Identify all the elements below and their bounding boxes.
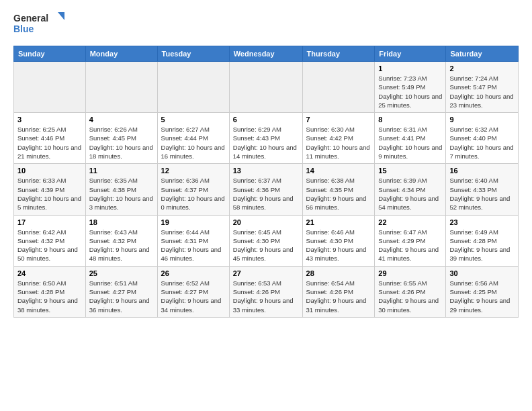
- day-number: 12: [161, 167, 226, 175]
- day-number: 18: [89, 218, 154, 226]
- weekday-header-sunday: Sunday: [14, 46, 86, 62]
- day-info: Sunrise: 6:35 AMSunset: 4:38 PMDaylight:…: [89, 176, 154, 212]
- day-number: 30: [449, 269, 515, 277]
- day-info: Sunrise: 6:38 AMSunset: 4:35 PMDaylight:…: [306, 176, 371, 212]
- day-number: 29: [378, 269, 442, 277]
- day-cell: 29Sunrise: 6:55 AMSunset: 4:26 PMDayligh…: [375, 266, 446, 317]
- day-number: 10: [17, 167, 82, 175]
- day-cell: 22Sunrise: 6:47 AMSunset: 4:29 PMDayligh…: [375, 215, 446, 266]
- day-number: 6: [233, 116, 299, 124]
- logo: General Blue: [13, 11, 67, 39]
- day-cell: 17Sunrise: 6:42 AMSunset: 4:32 PMDayligh…: [14, 215, 86, 266]
- day-number: 25: [89, 269, 154, 277]
- week-row-3: 10Sunrise: 6:33 AMSunset: 4:39 PMDayligh…: [14, 164, 519, 215]
- week-row-5: 24Sunrise: 6:50 AMSunset: 4:28 PMDayligh…: [14, 266, 519, 317]
- day-cell: 16Sunrise: 6:40 AMSunset: 4:33 PMDayligh…: [446, 164, 519, 215]
- day-cell: 15Sunrise: 6:39 AMSunset: 4:34 PMDayligh…: [375, 164, 446, 215]
- day-number: 17: [17, 218, 82, 226]
- weekday-header-row: SundayMondayTuesdayWednesdayThursdayFrid…: [14, 46, 519, 62]
- day-number: 22: [378, 218, 442, 226]
- day-info: Sunrise: 6:39 AMSunset: 4:34 PMDaylight:…: [378, 176, 442, 212]
- day-info: Sunrise: 6:30 AMSunset: 4:42 PMDaylight:…: [306, 125, 371, 161]
- day-info: Sunrise: 6:54 AMSunset: 4:26 PMDaylight:…: [306, 279, 371, 314]
- weekday-header-thursday: Thursday: [302, 46, 375, 62]
- week-row-1: 1Sunrise: 7:23 AMSunset: 5:49 PMDaylight…: [14, 62, 519, 113]
- week-row-4: 17Sunrise: 6:42 AMSunset: 4:32 PMDayligh…: [14, 215, 519, 266]
- weekday-header-monday: Monday: [85, 46, 157, 62]
- day-cell: 26Sunrise: 6:52 AMSunset: 4:27 PMDayligh…: [157, 266, 229, 317]
- day-info: Sunrise: 6:26 AMSunset: 4:45 PMDaylight:…: [89, 125, 154, 161]
- day-cell: [157, 62, 229, 113]
- day-number: 8: [378, 116, 442, 124]
- day-info: Sunrise: 6:25 AMSunset: 4:46 PMDaylight:…: [17, 125, 82, 161]
- day-cell: 19Sunrise: 6:44 AMSunset: 4:31 PMDayligh…: [157, 215, 229, 266]
- svg-text:General: General: [13, 13, 48, 24]
- day-info: Sunrise: 6:47 AMSunset: 4:29 PMDaylight:…: [378, 228, 442, 263]
- day-info: Sunrise: 6:43 AMSunset: 4:32 PMDaylight:…: [89, 228, 154, 263]
- day-info: Sunrise: 7:23 AMSunset: 5:49 PMDaylight:…: [378, 74, 442, 109]
- day-info: Sunrise: 6:31 AMSunset: 4:41 PMDaylight:…: [378, 125, 442, 161]
- day-number: 20: [233, 218, 299, 226]
- day-number: 19: [161, 218, 226, 226]
- day-info: Sunrise: 6:55 AMSunset: 4:26 PMDaylight:…: [378, 279, 442, 314]
- day-cell: 10Sunrise: 6:33 AMSunset: 4:39 PMDayligh…: [14, 164, 86, 215]
- day-info: Sunrise: 6:52 AMSunset: 4:27 PMDaylight:…: [161, 279, 226, 314]
- day-cell: [85, 62, 157, 113]
- day-number: 28: [306, 269, 371, 277]
- week-row-2: 3Sunrise: 6:25 AMSunset: 4:46 PMDaylight…: [14, 113, 519, 164]
- general-blue-logo-icon: General Blue: [13, 11, 67, 39]
- day-number: 26: [161, 269, 226, 277]
- day-cell: 13Sunrise: 6:37 AMSunset: 4:36 PMDayligh…: [229, 164, 302, 215]
- day-info: Sunrise: 6:42 AMSunset: 4:32 PMDaylight:…: [17, 228, 82, 263]
- day-cell: 8Sunrise: 6:31 AMSunset: 4:41 PMDaylight…: [375, 113, 446, 164]
- header: General Blue: [13, 11, 519, 39]
- day-cell: 23Sunrise: 6:49 AMSunset: 4:28 PMDayligh…: [446, 215, 519, 266]
- day-number: 16: [449, 167, 515, 175]
- day-info: Sunrise: 6:33 AMSunset: 4:39 PMDaylight:…: [17, 176, 82, 212]
- day-cell: 25Sunrise: 6:51 AMSunset: 4:27 PMDayligh…: [85, 266, 157, 317]
- day-number: 13: [233, 167, 299, 175]
- day-cell: 12Sunrise: 6:36 AMSunset: 4:37 PMDayligh…: [157, 164, 229, 215]
- day-info: Sunrise: 6:27 AMSunset: 4:44 PMDaylight:…: [161, 125, 226, 161]
- day-cell: [302, 62, 375, 113]
- day-number: 3: [17, 116, 82, 124]
- day-info: Sunrise: 6:49 AMSunset: 4:28 PMDaylight:…: [449, 228, 515, 263]
- day-number: 4: [89, 116, 154, 124]
- day-number: 5: [161, 116, 226, 124]
- day-number: 23: [449, 218, 515, 226]
- day-info: Sunrise: 6:44 AMSunset: 4:31 PMDaylight:…: [161, 228, 226, 263]
- weekday-header-tuesday: Tuesday: [157, 46, 229, 62]
- day-info: Sunrise: 6:53 AMSunset: 4:26 PMDaylight:…: [233, 279, 299, 314]
- day-number: 21: [306, 218, 371, 226]
- day-number: 11: [89, 167, 154, 175]
- day-number: 14: [306, 167, 371, 175]
- day-info: Sunrise: 6:56 AMSunset: 4:25 PMDaylight:…: [449, 279, 515, 314]
- day-cell: 21Sunrise: 6:46 AMSunset: 4:30 PMDayligh…: [302, 215, 375, 266]
- day-cell: 18Sunrise: 6:43 AMSunset: 4:32 PMDayligh…: [85, 215, 157, 266]
- day-cell: 4Sunrise: 6:26 AMSunset: 4:45 PMDaylight…: [85, 113, 157, 164]
- day-number: 9: [449, 116, 515, 124]
- svg-marker-2: [58, 12, 64, 20]
- day-info: Sunrise: 7:24 AMSunset: 5:47 PMDaylight:…: [449, 74, 515, 109]
- day-info: Sunrise: 6:29 AMSunset: 4:43 PMDaylight:…: [233, 125, 299, 161]
- weekday-header-wednesday: Wednesday: [229, 46, 302, 62]
- day-info: Sunrise: 6:36 AMSunset: 4:37 PMDaylight:…: [161, 176, 226, 212]
- day-info: Sunrise: 6:32 AMSunset: 4:40 PMDaylight:…: [449, 125, 515, 161]
- day-number: 2: [449, 64, 515, 73]
- day-cell: [229, 62, 302, 113]
- day-info: Sunrise: 6:50 AMSunset: 4:28 PMDaylight:…: [17, 279, 82, 314]
- day-cell: [14, 62, 86, 113]
- day-info: Sunrise: 6:46 AMSunset: 4:30 PMDaylight:…: [306, 228, 371, 263]
- day-info: Sunrise: 6:37 AMSunset: 4:36 PMDaylight:…: [233, 176, 299, 212]
- day-number: 15: [378, 167, 442, 175]
- day-number: 27: [233, 269, 299, 277]
- day-cell: 7Sunrise: 6:30 AMSunset: 4:42 PMDaylight…: [302, 113, 375, 164]
- day-cell: 9Sunrise: 6:32 AMSunset: 4:40 PMDaylight…: [446, 113, 519, 164]
- day-cell: 2Sunrise: 7:24 AMSunset: 5:47 PMDaylight…: [446, 62, 519, 113]
- day-cell: 24Sunrise: 6:50 AMSunset: 4:28 PMDayligh…: [14, 266, 86, 317]
- day-info: Sunrise: 6:40 AMSunset: 4:33 PMDaylight:…: [449, 176, 515, 212]
- day-number: 1: [378, 64, 442, 73]
- day-cell: 28Sunrise: 6:54 AMSunset: 4:26 PMDayligh…: [302, 266, 375, 317]
- day-cell: 30Sunrise: 6:56 AMSunset: 4:25 PMDayligh…: [446, 266, 519, 317]
- day-cell: 27Sunrise: 6:53 AMSunset: 4:26 PMDayligh…: [229, 266, 302, 317]
